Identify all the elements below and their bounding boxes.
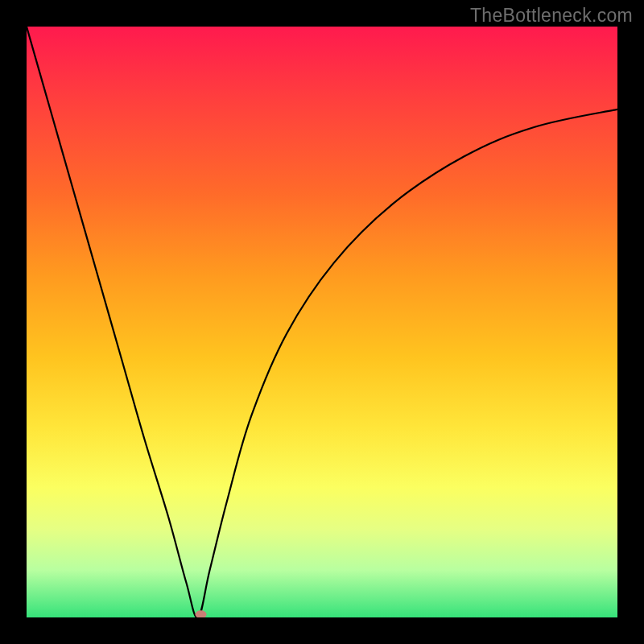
watermark-text: TheBottleneck.com: [470, 5, 633, 27]
plot-area: [27, 27, 617, 617]
bottleneck-curve: [27, 27, 617, 617]
minimum-marker: [196, 610, 207, 617]
chart-frame: TheBottleneck.com: [0, 0, 644, 644]
curve-line: [27, 27, 617, 617]
